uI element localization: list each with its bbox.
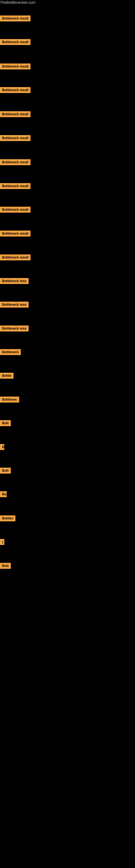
bottleneck-result-badge: Bo xyxy=(0,491,7,497)
bottleneck-result-badge: Bottleneck xyxy=(0,349,21,355)
bottleneck-result-badge: Bottleneck resu xyxy=(0,278,29,284)
bottleneck-result-badge: Bottleneck resu xyxy=(0,326,29,332)
bottleneck-result-badge: Bott xyxy=(0,420,11,426)
bottleneck-result-badge: Bottle xyxy=(0,373,13,379)
bottleneck-result-badge: Bottleneck result xyxy=(0,159,31,165)
bottleneck-result-badge: | xyxy=(0,539,4,545)
bottleneck-result-badge: Bottlenec xyxy=(0,397,19,403)
bottleneck-result-badge: Bottleneck result xyxy=(0,135,31,141)
bottleneck-result-badge: Bott xyxy=(0,468,11,474)
bottleneck-result-badge: Bottleneck result xyxy=(0,207,31,213)
site-header: TheBottlenecker.com xyxy=(0,0,135,5)
bottleneck-result-badge: Bottleneck result xyxy=(0,230,31,237)
bottleneck-result-badge: Bottleneck result xyxy=(0,254,31,260)
bottleneck-result-badge: Bottleneck resu xyxy=(0,302,29,308)
bottleneck-result-badge: Bottleneck result xyxy=(0,39,31,45)
bottleneck-result-badge: Bottlen xyxy=(0,516,15,521)
bottleneck-result-badge: Bott xyxy=(0,563,11,569)
bottleneck-result-badge: Bottleneck result xyxy=(0,111,31,117)
bottleneck-result-badge: B xyxy=(0,444,4,450)
site-title: TheBottlenecker.com xyxy=(0,0,36,7)
bottleneck-result-badge: Bottleneck result xyxy=(0,63,31,69)
bottleneck-result-badge: Bottleneck result xyxy=(0,87,31,93)
bottleneck-result-badge: Bottleneck result xyxy=(0,16,31,22)
bottleneck-result-badge: Bottleneck result xyxy=(0,183,31,189)
